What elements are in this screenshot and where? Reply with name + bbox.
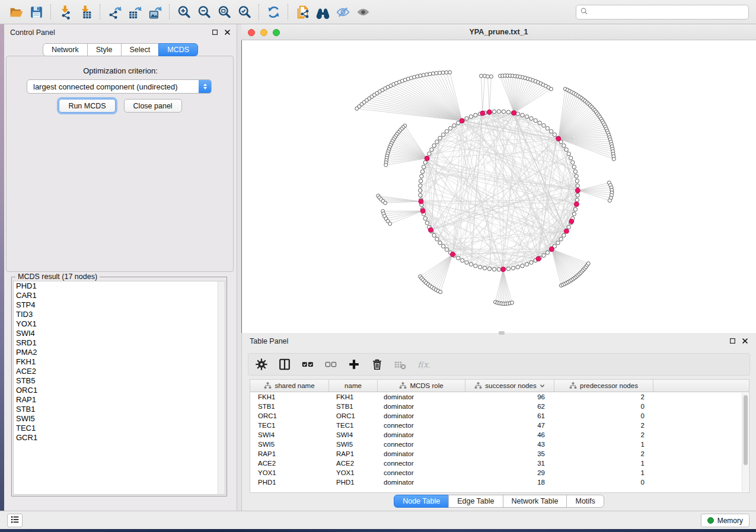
import-table-button[interactable]: [75, 2, 95, 21]
table-row[interactable]: FKH1FKH1dominator962: [250, 392, 749, 402]
mcds-result-list[interactable]: PHD1CAR1STP4TID3YOX1SWI4SRD1PMA2FKH1ACE2…: [13, 281, 225, 495]
horizontal-splitter-handle[interactable]: [499, 331, 505, 335]
export-network-button[interactable]: [104, 2, 125, 21]
table-cell: 2: [554, 393, 653, 400]
network-window-titlebar[interactable]: YPA_prune.txt_1: [241, 24, 756, 40]
task-history-button[interactable]: [7, 514, 23, 527]
close-table-panel-icon[interactable]: [742, 336, 748, 347]
table-cell: TEC1: [250, 422, 329, 429]
mcds-result-item[interactable]: GCR1: [14, 433, 225, 443]
float-table-panel-icon[interactable]: [729, 336, 736, 347]
run-mcds-button[interactable]: Run MCDS: [59, 99, 115, 113]
mcds-result-group: MCDS result (17 nodes) PHD1CAR1STP4TID3Y…: [11, 277, 227, 496]
mcds-result-item[interactable]: SWI4: [14, 329, 225, 338]
column-header-successor-nodes[interactable]: successor nodes: [465, 380, 554, 392]
table-row[interactable]: ACE2ACE2connector311: [250, 459, 749, 468]
mcds-result-item[interactable]: STP4: [14, 300, 225, 310]
column-header-shared-name[interactable]: shared name: [250, 380, 329, 392]
zoom-in-button[interactable]: [174, 2, 194, 21]
network-view[interactable]: [242, 40, 756, 333]
table-cell: 1: [554, 469, 653, 476]
criterion-dropdown[interactable]: largest connected component (undirected): [27, 79, 212, 94]
table-row[interactable]: STB1STB1dominator620: [250, 402, 749, 411]
tab-select[interactable]: Select: [121, 43, 160, 56]
mcds-result-item[interactable]: ACE2: [14, 367, 225, 376]
vertical-splitter[interactable]: [237, 24, 241, 511]
table-row[interactable]: SWI5SWI5connector431: [250, 440, 749, 449]
save-session-button[interactable]: [26, 2, 46, 21]
desktop-background-left: [0, 24, 4, 529]
table-scrollbar-thumb[interactable]: [744, 395, 748, 465]
columns-button[interactable]: [277, 357, 292, 371]
table-row[interactable]: SWI4SWI4dominator462: [250, 430, 749, 440]
deselect-all-button[interactable]: [324, 357, 338, 371]
add-button[interactable]: [347, 357, 361, 371]
import-network-button[interactable]: [55, 2, 75, 21]
network-canvas[interactable]: [241, 40, 756, 333]
column-header-name[interactable]: name: [329, 380, 378, 392]
toolbar-separator: [288, 4, 288, 20]
table-row[interactable]: PHD1PHD1dominator180: [250, 477, 749, 487]
float-panel-icon[interactable]: [212, 27, 218, 38]
mcds-result-item[interactable]: ORC1: [14, 386, 225, 395]
export-image-button[interactable]: [145, 2, 165, 21]
network-from-document-button[interactable]: [292, 2, 312, 21]
mcds-result-item[interactable]: STB5: [14, 376, 225, 386]
mcds-result-item[interactable]: FKH1: [14, 357, 225, 367]
mcds-result-item[interactable]: SWI5: [14, 414, 225, 424]
table-bottom-tabs: Node TableEdge TableNetwork TableMotifs: [242, 495, 756, 508]
mcds-result-item[interactable]: STB1: [14, 405, 225, 414]
mcds-result-item[interactable]: SRD1: [14, 338, 225, 348]
search-network-button[interactable]: [312, 2, 333, 21]
export-table-button[interactable]: [125, 2, 145, 21]
mcds-result-item[interactable]: PHD1: [14, 281, 225, 291]
zoom-fit-button[interactable]: [214, 2, 234, 21]
result-list-scrollbar[interactable]: [218, 281, 225, 494]
tab-mcds[interactable]: MCDS: [158, 43, 198, 56]
open-file-button[interactable]: [6, 2, 26, 21]
zoom-out-button[interactable]: [194, 2, 214, 21]
mcds-result-item[interactable]: CAR1: [14, 291, 225, 300]
table-row[interactable]: TEC1TEC1connector472: [250, 421, 749, 430]
table-row[interactable]: RAP1RAP1dominator352: [250, 449, 749, 459]
mcds-result-item[interactable]: TID3: [14, 310, 225, 319]
table-row[interactable]: YOX1YOX1connector291: [250, 468, 749, 477]
delete-button[interactable]: [370, 357, 384, 371]
table-cell: TEC1: [329, 422, 378, 429]
table-cell: dominator: [378, 431, 465, 438]
mcds-result-item[interactable]: PMA2: [14, 348, 225, 357]
table-scrollbar[interactable]: [742, 393, 748, 492]
mcds-result-item[interactable]: RAP1: [14, 395, 225, 405]
table-panel-title: Table Panel: [250, 337, 288, 345]
tab-edge-table[interactable]: Edge Table: [448, 495, 503, 508]
table-cell: 96: [465, 393, 554, 400]
show-panel-button[interactable]: [353, 2, 373, 21]
tab-style[interactable]: Style: [87, 43, 122, 56]
close-panel-button[interactable]: Close panel: [124, 99, 182, 113]
zoom-selected-button[interactable]: [234, 2, 254, 21]
tab-network[interactable]: Network: [43, 43, 88, 56]
memory-button[interactable]: Memory: [701, 514, 749, 527]
table-cell: connector: [378, 422, 465, 429]
table-cell: 31: [465, 460, 554, 467]
hide-panel-button[interactable]: [333, 2, 353, 21]
table-cell: RAP1: [250, 450, 329, 457]
mcds-result-item[interactable]: YOX1: [14, 319, 225, 329]
table-cell: SWI4: [329, 431, 378, 438]
mcds-result-item[interactable]: TEC1: [14, 424, 225, 433]
apply-layout-button[interactable]: [263, 2, 283, 21]
table-cell: 0: [554, 479, 653, 486]
tab-network-table[interactable]: Network Table: [503, 495, 567, 508]
search-box[interactable]: [576, 5, 749, 20]
column-header-predecessor-nodes[interactable]: predecessor nodes: [554, 380, 653, 392]
table-cell: dominator: [378, 479, 465, 486]
table-row[interactable]: ORC1ORC1dominator610: [250, 411, 749, 421]
table-cell: 0: [554, 403, 653, 410]
column-header-MCDS-role[interactable]: MCDS role: [378, 380, 465, 392]
gear-button[interactable]: [254, 357, 269, 371]
search-input[interactable]: [588, 5, 745, 19]
tab-motifs[interactable]: Motifs: [566, 495, 604, 508]
select-all-button[interactable]: [301, 357, 315, 371]
close-panel-icon[interactable]: [224, 27, 231, 38]
tab-node-table[interactable]: Node Table: [394, 495, 449, 508]
